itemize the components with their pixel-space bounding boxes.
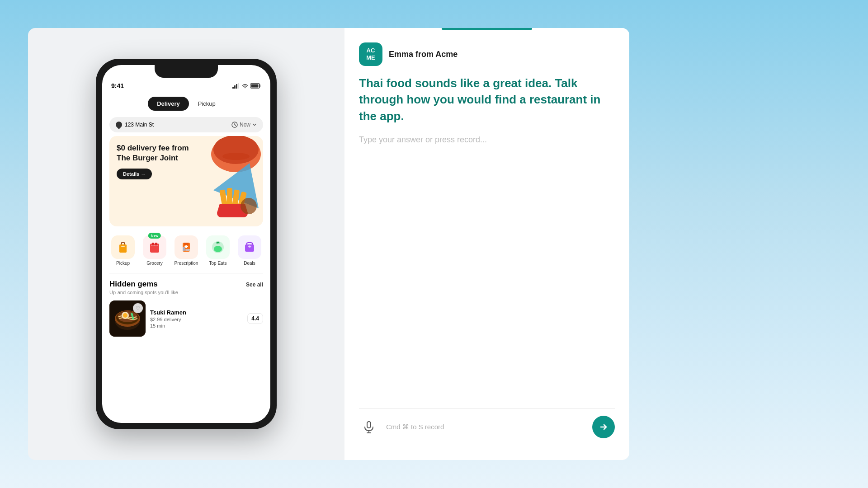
- agent-header: ACME Emma from Acme: [344, 30, 629, 75]
- restaurant-delivery: $2.99 delivery: [150, 317, 263, 322]
- divider: [109, 273, 263, 273]
- address-text: 123 Main St: [125, 122, 154, 128]
- svg-point-4: [245, 87, 245, 88]
- top-eats-label: Top Eats: [209, 261, 227, 266]
- time-now: Now: [240, 122, 250, 128]
- restaurant-image: ♡: [109, 300, 146, 337]
- prescription-label: Prescription: [175, 261, 198, 266]
- new-badge: New: [148, 233, 161, 239]
- message-text: Thai food sounds like a great idea. Talk…: [359, 75, 615, 124]
- pickup-label: Pickup: [116, 261, 130, 266]
- pickup-icon: [111, 235, 135, 259]
- avatar-initials: ACME: [366, 47, 375, 61]
- top-eats-icon: [206, 235, 230, 259]
- send-button[interactable]: [592, 416, 615, 438]
- svg-point-15: [222, 153, 250, 160]
- svg-rect-18: [121, 246, 125, 247]
- chat-area: ACME Emma from Acme Thai food sounds lik…: [344, 28, 629, 460]
- chevron-down-icon: [252, 122, 257, 127]
- grocery-icon: New: [143, 235, 166, 259]
- categories: Pickup New Grocer: [102, 230, 270, 271]
- section-text: Hidden gems Up-and-coming spots you'll l…: [109, 280, 178, 295]
- address-bar[interactable]: 123 Main St Now: [109, 117, 263, 132]
- mic-button[interactable]: [359, 417, 379, 437]
- svg-rect-1: [234, 85, 236, 89]
- hero-banner: $0 delivery fee from The Burger Joint De…: [109, 136, 263, 226]
- svg-rect-41: [367, 422, 371, 428]
- time-selector[interactable]: Now: [231, 122, 257, 128]
- svg-rect-19: [150, 244, 159, 253]
- grocery-label: Grocery: [146, 261, 163, 266]
- tab-delivery[interactable]: Delivery: [148, 97, 189, 111]
- deals-label: Deals: [244, 261, 255, 266]
- svg-rect-33: [249, 245, 250, 248]
- section-header: Hidden gems Up-and-coming spots you'll l…: [102, 275, 270, 297]
- svg-point-30: [214, 246, 222, 252]
- address-left: 123 Main St: [116, 122, 154, 128]
- restaurant-info: Tsuki Ramen $2.99 delivery 15 min: [150, 309, 263, 328]
- rating-badge: 4.4: [247, 313, 263, 324]
- prescription-icon: [175, 235, 198, 259]
- input-area: Cmd ⌘ to S record: [344, 390, 629, 460]
- status-icons: [232, 83, 261, 89]
- phone-screen: 9:41: [102, 65, 270, 423]
- status-time: 9:41: [111, 82, 124, 89]
- category-pickup[interactable]: Pickup: [109, 235, 137, 266]
- mic-icon: [363, 421, 375, 433]
- svg-rect-17: [119, 244, 127, 253]
- signal-icon: [232, 83, 240, 89]
- category-top-eats[interactable]: Top Eats: [204, 235, 231, 266]
- tab-bar: Delivery Pickup: [102, 93, 270, 114]
- input-placeholder[interactable]: Type your answer or press record...: [359, 135, 615, 145]
- category-deals[interactable]: Deals: [236, 235, 263, 266]
- phone-notch: [155, 65, 218, 78]
- svg-rect-3: [238, 83, 239, 89]
- keyboard-hint: Cmd ⌘ to S record: [386, 423, 585, 431]
- restaurant-name: Tsuki Ramen: [150, 309, 263, 316]
- send-icon: [599, 422, 609, 432]
- svg-rect-2: [236, 84, 237, 89]
- svg-point-40: [123, 313, 127, 318]
- svg-point-16: [241, 198, 257, 214]
- restaurant-card[interactable]: ♡ Tsuki Ramen $2.99 delivery 15 min 4.4: [109, 300, 263, 337]
- svg-rect-6: [251, 84, 259, 88]
- food-illustration: [177, 136, 263, 226]
- wifi-icon: [241, 83, 249, 89]
- phone-area: 9:41: [28, 28, 344, 460]
- category-prescription[interactable]: Prescription: [173, 235, 200, 266]
- see-all-button[interactable]: See all: [246, 282, 263, 288]
- agent-name: Emma from Acme: [389, 50, 458, 59]
- heart-icon[interactable]: ♡: [133, 303, 143, 313]
- svg-rect-22: [151, 245, 158, 246]
- section-subtitle: Up-and-coming spots you'll like: [109, 290, 178, 295]
- section-title: Hidden gems: [109, 280, 178, 289]
- svg-rect-28: [185, 249, 190, 251]
- tab-pickup[interactable]: Pickup: [189, 97, 225, 111]
- pin-icon: [114, 120, 123, 129]
- clock-icon: [231, 122, 238, 128]
- avatar: ACME: [359, 42, 382, 66]
- deals-icon: [238, 235, 261, 259]
- svg-rect-26: [185, 245, 187, 248]
- battery-icon: [250, 83, 261, 89]
- input-bar: Cmd ⌘ to S record: [359, 408, 615, 446]
- restaurant-time: 15 min: [150, 323, 263, 328]
- svg-rect-0: [232, 87, 234, 89]
- chat-message: Thai food sounds like a great idea. Talk…: [344, 75, 629, 390]
- main-card: 9:41: [28, 28, 629, 460]
- svg-rect-24: [184, 243, 189, 245]
- category-grocery[interactable]: New Grocery: [141, 235, 168, 266]
- svg-rect-27: [183, 247, 185, 251]
- hero-button[interactable]: Details →: [117, 169, 152, 179]
- phone-frame: 9:41: [96, 59, 277, 429]
